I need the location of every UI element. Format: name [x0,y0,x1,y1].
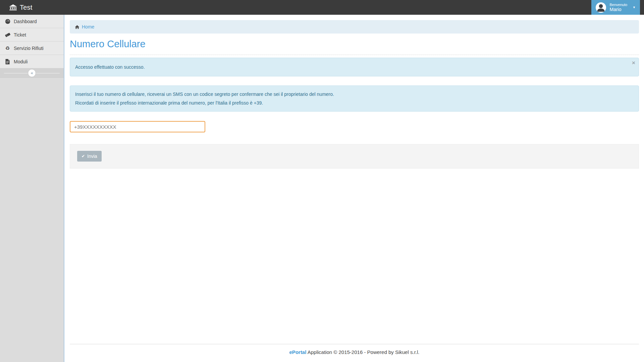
sidebar-item-label: Moduli [14,59,28,64]
info-line-2: Ricordati di inserire il prefisso intern… [75,99,634,107]
sidebar-item-ticket[interactable]: Ticket [0,28,64,42]
brand-logo[interactable]: Test [0,0,32,15]
invia-button-label: Invia [87,154,97,159]
footer-brand-link[interactable]: ePortal [289,349,307,355]
top-navbar: Test Benvenuto Mario ▼ [0,0,644,15]
check-icon: ✔ [82,154,85,158]
person-icon [596,2,606,13]
user-welcome-label: Benvenuto [609,3,627,7]
sidebar-item-label: Ticket [14,32,26,38]
recycle-icon: ♻ [5,45,10,51]
sidebar-item-moduli[interactable]: Moduli [0,55,64,68]
avatar [596,2,606,13]
user-menu[interactable]: Benvenuto Mario ▼ [591,0,640,15]
info-line-1: Inserisci il tuo numero di cellulare, ri… [75,90,634,99]
chevron-down-icon: ▼ [633,6,636,9]
phone-number-input[interactable] [70,121,205,132]
sidebar-item-servizio-rifiuti[interactable]: ♻ Servizio Rifiuti [0,42,64,55]
sidebar-collapse-button[interactable]: « [28,69,36,77]
breadcrumb-home-link[interactable]: Home [82,24,94,29]
form-footer-panel: ✔ Invia [70,144,639,169]
close-icon[interactable]: × [632,60,635,66]
breadcrumb: Home [70,20,639,34]
divider [70,55,639,55]
dashboard-icon [5,19,10,24]
user-name-label: Mario [609,7,627,12]
page-footer: ePortal Application © 2015-2016 - Powere… [70,344,639,362]
ticket-icon [5,32,10,38]
bank-icon [9,4,17,10]
success-alert: Accesso effettuato con successo. × [70,58,639,76]
sidebar-item-label: Servizio Rifiuti [14,46,44,51]
success-alert-text: Accesso effettuato con successo. [75,64,145,70]
main-content: Home Numero Cellulare Accesso effettuato… [64,15,644,362]
sidebar-collapse-row: « [0,68,64,78]
sidebar: Dashboard Ticket ♻ Servizio Rifiuti [0,15,64,362]
footer-text: Application © 2015-2016 - Powered by Sik… [306,349,419,355]
sidebar-item-dashboard[interactable]: Dashboard [0,15,64,28]
home-icon [75,25,79,29]
sidebar-item-label: Dashboard [14,19,37,24]
user-greeting: Benvenuto Mario [609,3,627,12]
invia-button[interactable]: ✔ Invia [77,151,102,162]
brand-label: Test [20,4,32,11]
file-icon [5,59,10,64]
page-title: Numero Cellulare [70,39,639,50]
info-box: Inserisci il tuo numero di cellulare, ri… [70,85,639,112]
sidebar-menu: Dashboard Ticket ♻ Servizio Rifiuti [0,15,64,78]
